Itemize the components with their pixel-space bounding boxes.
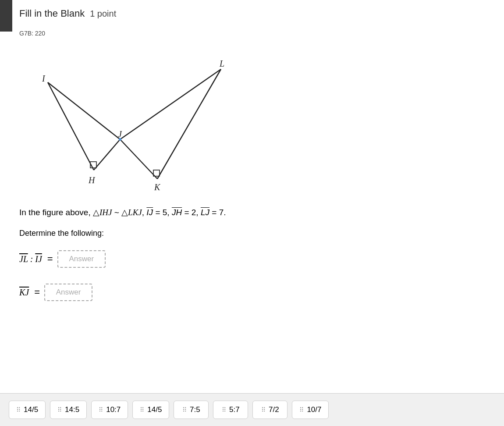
determine-label: Determine the following: bbox=[19, 229, 485, 238]
answer-chip-6[interactable]: ⠿ 7/2 bbox=[252, 401, 287, 419]
answer-row-2: KJ = Answer bbox=[19, 284, 485, 301]
drag-icon-1: ⠿ bbox=[57, 406, 61, 413]
chip-value-6: 7/2 bbox=[269, 405, 279, 414]
chip-value-4: 7:5 bbox=[190, 405, 200, 414]
drag-icon-5: ⠿ bbox=[222, 406, 226, 413]
svg-text:L: L bbox=[219, 59, 224, 68]
svg-line-2 bbox=[94, 139, 120, 170]
chip-value-3: 14/5 bbox=[147, 405, 162, 414]
drag-icon-3: ⠿ bbox=[140, 406, 144, 413]
drag-icon-4: ⠿ bbox=[182, 406, 186, 413]
drag-icon-0: ⠿ bbox=[16, 406, 20, 413]
header-accent-bar bbox=[0, 0, 12, 32]
svg-text:I: I bbox=[42, 74, 46, 83]
chip-value-1: 14:5 bbox=[65, 405, 79, 414]
answer-chip-0[interactable]: ⠿ 14/5 bbox=[9, 401, 46, 419]
answer-input-1[interactable]: Answer bbox=[57, 250, 106, 268]
header-area: Fill in the Blank 1 point bbox=[0, 0, 504, 27]
drag-icon-6: ⠿ bbox=[261, 406, 265, 413]
question-type-label: Fill in the Blank bbox=[19, 8, 85, 19]
question-id: G7B: 220 bbox=[0, 27, 504, 43]
svg-line-1 bbox=[48, 82, 120, 139]
drag-icon-2: ⠿ bbox=[99, 406, 103, 413]
svg-text:H: H bbox=[88, 175, 96, 185]
points-label: 1 point bbox=[90, 9, 116, 19]
content-area: I J H L K In the figure above, △IHJ ~ △L… bbox=[0, 43, 504, 326]
svg-text:K: K bbox=[154, 182, 161, 192]
answer-chip-7[interactable]: ⠿ 10/7 bbox=[292, 401, 329, 419]
svg-text:J: J bbox=[118, 129, 122, 139]
chip-value-2: 10:7 bbox=[106, 405, 121, 414]
answer-row-1: JL : IJ = Answer bbox=[19, 250, 485, 268]
chip-value-7: 10/7 bbox=[307, 405, 321, 414]
problem-description: In the figure above, △IHJ ~ △LKJ, IJ = 5… bbox=[19, 206, 485, 219]
field-label-1: JL : IJ bbox=[19, 254, 42, 264]
answer-chip-5[interactable]: ⠿ 5:7 bbox=[213, 401, 248, 419]
drag-icon-7: ⠿ bbox=[299, 406, 303, 413]
answer-chip-1[interactable]: ⠿ 14:5 bbox=[50, 401, 87, 419]
chip-value-0: 14/5 bbox=[24, 405, 38, 414]
answer-input-2[interactable]: Answer bbox=[44, 284, 92, 301]
answer-chip-2[interactable]: ⠿ 10:7 bbox=[91, 401, 128, 419]
field-label-2: KJ bbox=[19, 288, 29, 298]
geometry-diagram: I J H L K bbox=[24, 47, 260, 196]
answer-chip-3[interactable]: ⠿ 14/5 bbox=[132, 401, 169, 419]
svg-line-0 bbox=[48, 82, 94, 170]
equals-sign-2: = bbox=[34, 287, 40, 298]
svg-line-4 bbox=[120, 69, 221, 139]
answer-options-bar: ⠿ 14/5 ⠿ 14:5 ⠿ 10:7 ⠿ 14/5 ⠿ 7:5 ⠿ 5:7 … bbox=[0, 393, 504, 426]
diagram-container: I J H L K bbox=[24, 47, 485, 198]
svg-line-3 bbox=[157, 69, 221, 179]
svg-line-5 bbox=[120, 139, 157, 179]
equals-sign-1: = bbox=[47, 253, 53, 265]
answer-chip-4[interactable]: ⠿ 7:5 bbox=[174, 401, 209, 419]
chip-value-5: 5:7 bbox=[229, 405, 240, 414]
